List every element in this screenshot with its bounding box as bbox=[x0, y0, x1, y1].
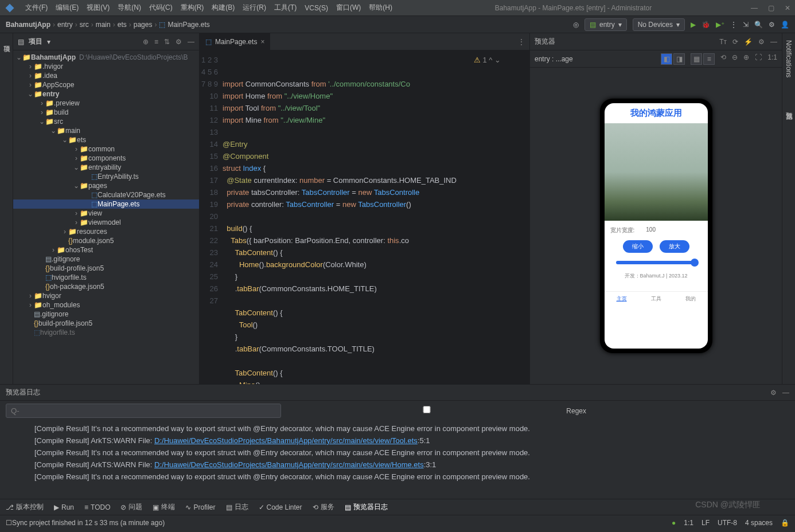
btn-enlarge[interactable]: 放大 bbox=[660, 240, 689, 253]
menu-refactor[interactable]: 重构(R) bbox=[177, 2, 208, 14]
toolbar: BahamutjApp› entry› src› main› ets› page… bbox=[0, 16, 795, 33]
menu-nav[interactable]: 导航(N) bbox=[114, 2, 145, 14]
bottom-tab-run[interactable]: ▶ Run bbox=[54, 503, 74, 511]
menu-vcs[interactable]: VCS(S) bbox=[301, 3, 332, 13]
breadcrumb[interactable]: BahamutjApp› entry› src› main› ets› page… bbox=[6, 21, 210, 29]
bottom-tab-issues[interactable]: ⊘ 问题 bbox=[120, 502, 142, 512]
bottom-tab-logs[interactable]: ▤ 日志 bbox=[226, 502, 248, 512]
log-title: 预览器日志 bbox=[6, 388, 40, 397]
target-icon[interactable]: ◎ bbox=[573, 21, 579, 29]
bottom-tab-todo[interactable]: ≡ TODO bbox=[84, 503, 110, 511]
debug-icon[interactable]: 🐞 bbox=[702, 21, 710, 29]
log-search-input[interactable] bbox=[6, 404, 281, 418]
status-pos[interactable]: 1:1 bbox=[684, 519, 693, 527]
editor-tabs: ⬚MainPage.ets× ⋮ bbox=[200, 33, 529, 50]
regex-checkbox[interactable]: Regex bbox=[289, 406, 586, 415]
view-mode-1[interactable]: ◧ bbox=[661, 53, 672, 65]
hide-icon[interactable]: — bbox=[770, 38, 777, 46]
menu-edit[interactable]: 编辑(E) bbox=[52, 2, 82, 14]
run-icon[interactable]: ▶ bbox=[691, 21, 696, 29]
app-logo-icon bbox=[5, 3, 15, 13]
view-mode-2[interactable]: ◨ bbox=[673, 53, 685, 65]
menu-view[interactable]: 视图(V) bbox=[83, 2, 113, 14]
menu-build[interactable]: 构建(B) bbox=[208, 2, 238, 14]
rotate-icon[interactable]: ⟲ bbox=[720, 53, 726, 65]
menu-run[interactable]: 运行(R) bbox=[239, 2, 270, 14]
bottom-tab-profiler[interactable]: ∿ Profiler bbox=[185, 503, 215, 511]
status-message: Sync project finished in 12 s 33 ms (a m… bbox=[12, 519, 165, 527]
menu-file[interactable]: 文件(F) bbox=[22, 2, 51, 14]
gear-icon[interactable]: ⚙ bbox=[770, 389, 777, 397]
tab-mine[interactable]: 我的 bbox=[685, 295, 696, 303]
device-combo[interactable]: No Devices▾ bbox=[633, 18, 685, 31]
gear-icon[interactable]: ⚙ bbox=[758, 38, 765, 46]
user-icon[interactable]: 👤 bbox=[781, 21, 789, 29]
text-icon[interactable]: Tт bbox=[719, 38, 727, 46]
btn-shrink[interactable]: 缩小 bbox=[623, 240, 653, 253]
maximize-icon[interactable]: ▢ bbox=[768, 4, 774, 12]
phone-screen: 我的鸿蒙应用 宽片宽度:100 缩小 放大 开发：Bahamut.J | 202… bbox=[605, 103, 708, 349]
collapse-icon[interactable]: ⇅ bbox=[164, 38, 170, 46]
editor-area: ⬚MainPage.ets× ⋮ 1 2 3 4 5 6 7 8 9 10 11… bbox=[200, 33, 529, 384]
build-icon[interactable]: ⇲ bbox=[743, 21, 749, 29]
tree-selected: ⬚ MainPage.ets bbox=[13, 200, 199, 209]
stop-icon[interactable]: ⋮ bbox=[730, 21, 737, 29]
right-tab-preview[interactable]: 预览器 bbox=[783, 104, 795, 111]
status-lf[interactable]: LF bbox=[702, 519, 710, 527]
right-sidebar: Notifications 预览器 bbox=[782, 33, 795, 384]
close-icon[interactable]: ✕ bbox=[785, 4, 790, 12]
editor-tab-active[interactable]: ⬚MainPage.ets× bbox=[200, 33, 271, 50]
phone-frame: 我的鸿蒙应用 宽片宽度:100 缩小 放大 开发：Bahamut.J | 202… bbox=[600, 99, 712, 353]
grid-icon[interactable]: ▦ bbox=[691, 53, 702, 65]
menu-help[interactable]: 帮助(H) bbox=[365, 2, 396, 14]
list-icon[interactable]: ≡ bbox=[703, 53, 715, 65]
bottom-tab-terminal[interactable]: ▣ 终端 bbox=[153, 502, 175, 512]
preview-panel: 预览器 Tт ⟳ ⚡ ⚙ — entry : ...age ◧◨ ▦≡ ⟲ ⊖ … bbox=[529, 33, 782, 384]
bottom-tab-preview-log[interactable]: ▤ 预览器日志 bbox=[345, 502, 388, 512]
expand-icon[interactable]: ≡ bbox=[154, 38, 158, 46]
refresh-icon[interactable]: ⟳ bbox=[732, 38, 738, 46]
status-indent[interactable]: 4 spaces bbox=[745, 519, 773, 527]
minimize-icon[interactable]: — bbox=[751, 4, 758, 12]
bottom-tab-services[interactable]: ⟲ 服务 bbox=[313, 502, 334, 512]
zoom-in-icon[interactable]: ⊕ bbox=[743, 53, 749, 65]
menubar: 文件(F) 编辑(E) 视图(V) 导航(N) 代码(C) 重构(R) 构建(B… bbox=[0, 0, 795, 16]
window-title: BahamutjApp - MainPage.ets [entry] - Adm… bbox=[397, 4, 750, 12]
gear-icon[interactable]: ⚙ bbox=[769, 21, 775, 29]
search-icon[interactable]: 🔍 bbox=[754, 21, 763, 29]
bottom-tab-linter[interactable]: ✓ Code Linter bbox=[259, 503, 302, 511]
log-output[interactable]: [Compile Result] It's not a recommended … bbox=[0, 420, 795, 499]
slider[interactable] bbox=[616, 261, 696, 264]
zoom-out-icon[interactable]: ⊖ bbox=[732, 53, 738, 65]
menu-code[interactable]: 代码(C) bbox=[146, 2, 176, 14]
left-sidebar: 项目 bbox=[0, 33, 13, 384]
right-tab-notifications[interactable]: Notifications bbox=[784, 37, 794, 81]
tab-home[interactable]: 主页 bbox=[617, 295, 627, 303]
status-enc[interactable]: UTF-8 bbox=[718, 519, 737, 527]
log-panel: 预览器日志 ⚙— Regex [Compile Result] It's not… bbox=[0, 384, 795, 499]
tab-overflow-icon[interactable]: ⋮ bbox=[513, 38, 529, 46]
project-panel: ▤ 项目 ▾ ⊕ ≡ ⇅ ⚙ — ⌄📁 BahamutjAppD:\Huawei… bbox=[13, 33, 200, 384]
app-image bbox=[605, 123, 708, 221]
menu-window[interactable]: 窗口(W) bbox=[333, 2, 364, 14]
gear-icon[interactable]: ⚙ bbox=[176, 38, 182, 46]
hide-icon[interactable]: — bbox=[188, 38, 194, 46]
code-editor[interactable]: 1 2 3 4 5 6 7 8 9 10 11 12 13 14 15 16 1… bbox=[200, 50, 529, 384]
coverage-icon[interactable]: ▶⁺ bbox=[716, 21, 724, 29]
hide-icon[interactable]: — bbox=[782, 389, 789, 397]
tab-tool[interactable]: 工具 bbox=[651, 295, 661, 303]
locate-icon[interactable]: ⊕ bbox=[143, 38, 149, 46]
folder-icon: ▤ bbox=[18, 38, 24, 46]
lock-icon[interactable]: 🔒 bbox=[781, 519, 789, 527]
watermark: CSDN @武陵悍匪 bbox=[695, 500, 761, 510]
reset-zoom[interactable]: 1:1 bbox=[767, 53, 777, 65]
plug-icon[interactable]: ⚡ bbox=[744, 38, 753, 46]
project-tree[interactable]: ⌄📁 BahamutjAppD:\Huawei\DevEcoStudioProj… bbox=[13, 50, 199, 384]
bottom-tab-vcs[interactable]: ⎇ 版本控制 bbox=[6, 502, 44, 512]
run-config-combo[interactable]: ▤entry▾ bbox=[584, 18, 627, 31]
bottom-tabs: ⎇ 版本控制 ▶ Run ≡ TODO ⊘ 问题 ▣ 终端 ∿ Profiler… bbox=[0, 499, 795, 515]
menu-tools[interactable]: 工具(T) bbox=[271, 2, 300, 14]
left-tab-project[interactable]: 项目 bbox=[1, 37, 13, 44]
preview-title: 预览器 bbox=[535, 37, 555, 46]
fit-icon[interactable]: ⛶ bbox=[755, 53, 762, 65]
